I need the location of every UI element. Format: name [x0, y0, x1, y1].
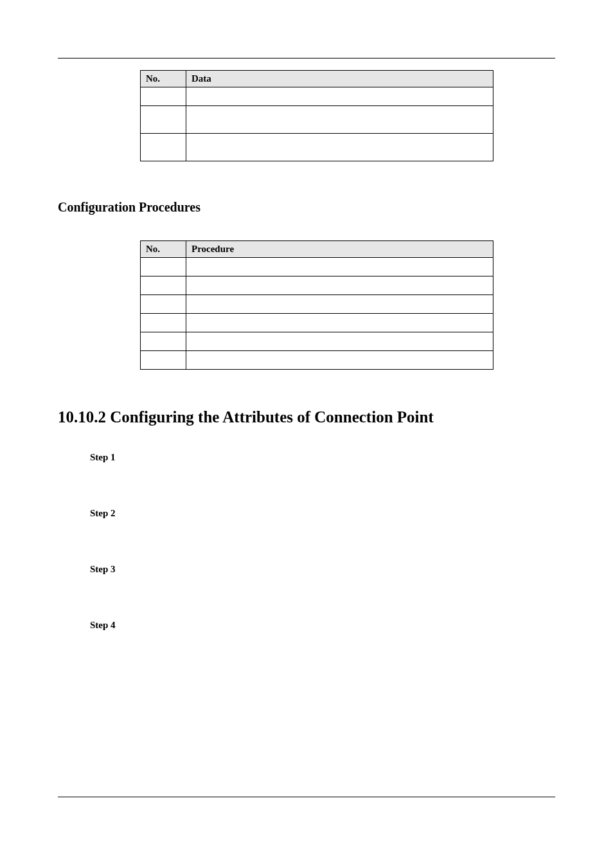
table-cell — [141, 295, 186, 314]
table-cell — [186, 314, 493, 332]
table-cell — [186, 134, 493, 161]
table-row — [141, 332, 493, 351]
table-row — [141, 351, 493, 370]
table-cell — [186, 106, 493, 134]
table-cell — [141, 87, 186, 106]
table-row — [141, 276, 493, 295]
table-cell — [186, 258, 493, 276]
heading-configuration-procedures: Configuration Procedures — [58, 200, 555, 215]
data-table: No. Data — [140, 70, 493, 161]
table-row — [141, 106, 493, 134]
table-cell — [141, 332, 186, 351]
table-header-no: No. — [141, 241, 186, 258]
table-row — [141, 295, 493, 314]
table-cell — [141, 351, 186, 370]
bottom-horizontal-rule — [58, 797, 555, 797]
step-4-label: Step 4 — [90, 620, 555, 631]
table-header-no: No. — [141, 71, 186, 87]
heading-section-10-10-2: 10.10.2 Configuring the Attributes of Co… — [58, 408, 555, 426]
table-row — [141, 87, 493, 106]
table-cell — [141, 134, 186, 161]
table-cell — [186, 276, 493, 295]
top-horizontal-rule — [58, 58, 555, 59]
table-header-data: Data — [186, 71, 493, 87]
table-header-procedure: Procedure — [186, 241, 493, 258]
step-3-label: Step 3 — [90, 564, 555, 575]
table-row — [141, 258, 493, 276]
table-header-row: No. Data — [141, 71, 493, 87]
table-cell — [186, 87, 493, 106]
table-header-row: No. Procedure — [141, 241, 493, 258]
table-cell — [141, 276, 186, 295]
table-cell — [141, 258, 186, 276]
procedure-table: No. Procedure — [140, 240, 493, 370]
table-cell — [186, 351, 493, 370]
table-cell — [141, 106, 186, 134]
table-row — [141, 134, 493, 161]
table-cell — [141, 314, 186, 332]
step-1-label: Step 1 — [90, 452, 555, 463]
table-row — [141, 314, 493, 332]
step-2-label: Step 2 — [90, 508, 555, 519]
table-cell — [186, 332, 493, 351]
table-cell — [186, 295, 493, 314]
steps-block: Step 1 Step 2 Step 3 Step 4 — [90, 452, 555, 631]
